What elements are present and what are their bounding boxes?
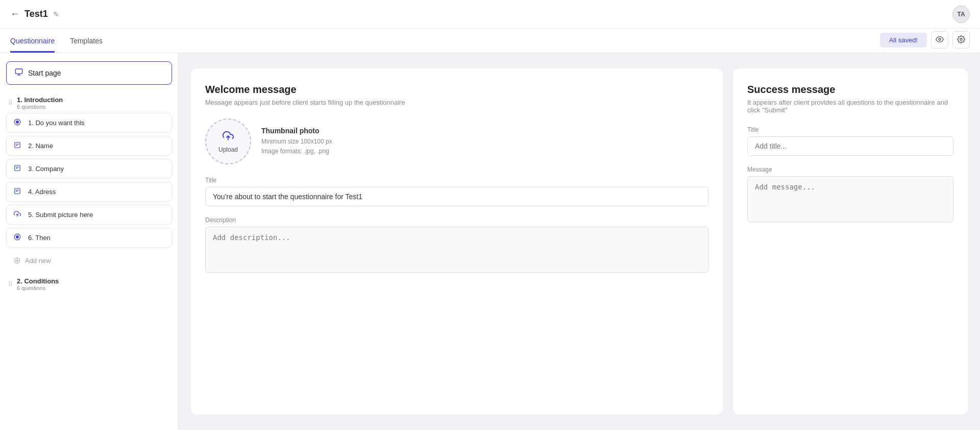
question-label: 4. Adress (28, 188, 56, 196)
add-new-label: Add new (25, 257, 51, 265)
description-label: Description (205, 217, 708, 224)
edit-title-button[interactable]: ✎ (53, 10, 59, 18)
welcome-panel: Welcome message Message appears just bef… (191, 68, 723, 415)
question-label: 1. Do you want this (28, 119, 85, 127)
drag-handle-introduction[interactable]: ⠿ (8, 100, 13, 107)
radio-icon (14, 118, 23, 127)
description-textarea[interactable] (205, 227, 708, 273)
svg-point-6 (16, 121, 19, 124)
section-introduction-count: 6 questions (17, 104, 63, 110)
thumbnail-min-size: Minimum size 100x100 px (261, 137, 332, 147)
section-conditions-count: 6 questions (17, 285, 59, 291)
section-introduction-title: 1. Introduction (17, 96, 63, 104)
description-field-group: Description (205, 217, 708, 274)
radio-icon (14, 233, 23, 242)
section-introduction: ⠿ 1. Introduction 6 questions 1. Do you … (6, 93, 172, 270)
preview-button[interactable] (931, 31, 948, 49)
topbar-left: ← Test1 ✎ (10, 9, 59, 19)
thumbnail-formats: Image formats: .jpg, .png (261, 147, 332, 156)
nav-actions: All saved! (880, 31, 970, 53)
welcome-subtitle: Message appears just before client start… (205, 99, 708, 106)
success-subtitle: It appears after client provides all que… (747, 99, 953, 114)
title-field-group: Title (205, 177, 708, 206)
tab-templates[interactable]: Templates (70, 37, 103, 53)
section-conditions-title: 2. Conditions (17, 277, 59, 285)
list-item[interactable]: 6. Then (6, 228, 172, 248)
edit-icon: ✎ (53, 10, 59, 18)
thumbnail-title: Thumbnail photo (261, 127, 332, 135)
text-icon (14, 164, 23, 173)
text-icon (14, 141, 23, 150)
upload-button[interactable]: Upload (205, 118, 251, 164)
upload-info: Thumbnail photo Minimum size 100x100 px … (261, 127, 332, 156)
svg-point-1 (960, 38, 962, 40)
start-page-label: Start page (28, 69, 61, 77)
eye-icon (936, 35, 944, 45)
upload-area: Upload Thumbnail photo Minimum size 100x… (205, 118, 708, 164)
topbar-right: TA (952, 6, 970, 23)
list-item[interactable]: 1. Do you want this (6, 113, 172, 133)
list-item[interactable]: 3. Company (6, 159, 172, 179)
start-page-card[interactable]: Start page (6, 61, 172, 85)
list-item[interactable]: 2. Name (6, 136, 172, 156)
all-saved-button[interactable]: All saved! (880, 33, 927, 47)
back-button[interactable]: ← (10, 9, 19, 19)
section-conditions-header: ⠿ 2. Conditions 6 questions (6, 274, 172, 294)
page-title: Test1 (24, 9, 48, 19)
main-layout: Start page ⠿ 1. Introduction 6 questions (0, 53, 980, 430)
monitor-icon (15, 68, 23, 78)
upload-label: Upload (218, 146, 238, 153)
text-icon (14, 187, 23, 196)
question-list-introduction: 1. Do you want this 2. Name (6, 113, 172, 248)
question-label: 3. Company (28, 165, 64, 173)
title-input[interactable] (205, 187, 708, 206)
svg-point-0 (939, 38, 941, 40)
question-label: 5. Submit picture here (28, 211, 93, 219)
upload-icon (14, 210, 23, 219)
success-panel: Success message It appears after client … (733, 68, 968, 415)
plus-circle-icon: ⊕ (13, 255, 21, 266)
gear-icon (957, 35, 965, 45)
nav-tabs: Questionnaire Templates All saved! (0, 29, 980, 53)
upload-arrow-icon (223, 130, 234, 144)
sidebar: Start page ⠿ 1. Introduction 6 questions (0, 53, 179, 430)
welcome-title: Welcome message (205, 84, 708, 95)
add-new-button[interactable]: ⊕ Add new (6, 251, 172, 270)
settings-button[interactable] (952, 31, 970, 49)
title-label: Title (205, 177, 708, 184)
question-label: 2. Name (28, 142, 53, 150)
tab-questionnaire[interactable]: Questionnaire (10, 37, 55, 53)
back-icon: ← (10, 9, 19, 19)
success-message-label: Message (747, 166, 953, 173)
question-label: 6. Then (28, 234, 51, 242)
section-conditions: ⠿ 2. Conditions 6 questions (6, 274, 172, 294)
list-item[interactable]: 4. Adress (6, 182, 172, 202)
success-message-textarea[interactable] (747, 176, 953, 222)
avatar: TA (952, 6, 970, 23)
success-title-input[interactable] (747, 136, 953, 156)
list-item[interactable]: 5. Submit picture here (6, 205, 172, 225)
success-message-field-group: Message (747, 166, 953, 224)
svg-point-18 (16, 236, 19, 238)
success-title-label: Title (747, 126, 953, 133)
section-introduction-header: ⠿ 1. Introduction 6 questions (6, 93, 172, 113)
success-title: Success message (747, 84, 953, 95)
svg-rect-2 (15, 69, 22, 74)
content-area: Welcome message Message appears just bef… (179, 53, 980, 430)
drag-handle-conditions[interactable]: ⠿ (8, 281, 13, 288)
success-title-field-group: Title (747, 126, 953, 156)
topbar: ← Test1 ✎ TA (0, 0, 980, 29)
